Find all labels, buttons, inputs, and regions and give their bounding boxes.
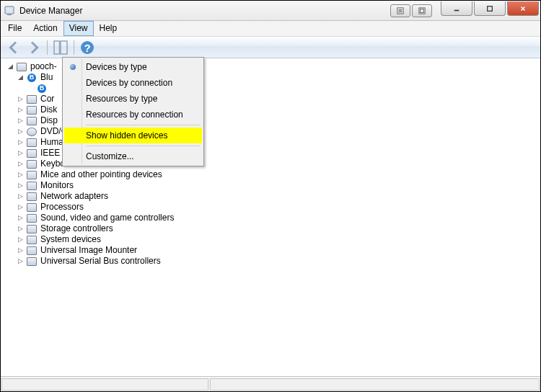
network-icon bbox=[26, 191, 38, 202]
menu-separator bbox=[86, 146, 201, 146]
statusbar bbox=[1, 377, 540, 391]
sound-icon bbox=[26, 213, 38, 224]
tree-item[interactable]: ▷ Processors bbox=[6, 202, 540, 213]
tree-item-label: Sound, video and game controllers bbox=[40, 213, 174, 223]
tree-item-label: Network adapters bbox=[40, 191, 108, 202]
main-content: ◢ pooch- ◢ B Blu ▷ B ▷ Cor ▷ Disk ▷ Disp bbox=[1, 58, 540, 377]
usb-icon bbox=[26, 256, 38, 267]
status-cell bbox=[210, 378, 540, 391]
tree-item[interactable]: ▷ Sound, video and game controllers bbox=[6, 213, 540, 223]
menu-devices-by-connection[interactable]: Devices by connection bbox=[64, 75, 202, 91]
keyboard-icon bbox=[26, 159, 38, 170]
tree-item[interactable]: ▷ System devices bbox=[6, 234, 540, 245]
tree-item[interactable]: ▷ Network adapters bbox=[6, 191, 540, 202]
tree-item-label: Processors bbox=[40, 202, 84, 213]
expand-icon[interactable]: ▷ bbox=[17, 214, 25, 222]
gadget-button-2[interactable] bbox=[412, 4, 432, 17]
tree-item-label: Monitors bbox=[40, 180, 74, 191]
tree-item-label: System devices bbox=[40, 234, 101, 245]
menu-help[interactable]: Help bbox=[94, 21, 123, 36]
svg-rect-4 bbox=[421, 9, 424, 12]
expand-icon[interactable]: ▷ bbox=[17, 128, 25, 135]
dvd-icon bbox=[26, 126, 38, 138]
menu-file[interactable]: File bbox=[2, 21, 27, 36]
tree-item-label: Blu bbox=[40, 72, 53, 83]
menu-item-label: Devices by type bbox=[86, 62, 147, 72]
back-button[interactable] bbox=[5, 39, 22, 56]
forward-button[interactable] bbox=[25, 39, 43, 56]
menu-item-label: Devices by connection bbox=[86, 78, 172, 88]
expand-icon[interactable]: ▷ bbox=[17, 160, 25, 168]
tree-item-label: Disk bbox=[40, 104, 57, 115]
menu-resources-by-type[interactable]: Resources by type bbox=[64, 91, 202, 107]
menu-item-label: Show hidden devices bbox=[86, 130, 167, 141]
monitor-icon bbox=[26, 180, 38, 192]
close-button[interactable] bbox=[507, 1, 539, 16]
bluetooth-icon: B bbox=[36, 83, 48, 94]
tree-item[interactable]: ▷ Monitors bbox=[6, 180, 540, 191]
menu-customize[interactable]: Customize... bbox=[64, 148, 202, 164]
display-icon bbox=[26, 115, 38, 127]
image-mounter-icon bbox=[26, 245, 38, 257]
menu-item-label: Resources by type bbox=[86, 94, 157, 104]
status-cell bbox=[1, 378, 208, 391]
menu-item-label: Resources by connection bbox=[86, 110, 183, 120]
bluetooth-icon: B bbox=[26, 72, 38, 84]
app-icon bbox=[4, 5, 15, 17]
svg-rect-1 bbox=[7, 14, 12, 15]
help-button[interactable]: ? bbox=[79, 39, 96, 56]
expand-icon[interactable]: ▷ bbox=[17, 106, 25, 114]
expand-icon[interactable]: ▷ bbox=[17, 192, 25, 200]
menu-action[interactable]: Action bbox=[27, 21, 63, 36]
expand-icon[interactable]: ▷ bbox=[17, 182, 25, 190]
expand-icon[interactable]: ▷ bbox=[17, 117, 25, 125]
collapse-icon[interactable]: ◢ bbox=[6, 63, 14, 71]
menu-devices-by-type[interactable]: Devices by type bbox=[64, 59, 202, 75]
window-controls bbox=[441, 1, 539, 16]
tree-item[interactable]: ▷ Mice and other pointing devices bbox=[6, 169, 540, 180]
menu-item-label: Customize... bbox=[86, 151, 134, 161]
show-hide-tree-button[interactable] bbox=[52, 39, 69, 56]
expand-icon[interactable]: ▷ bbox=[17, 236, 25, 244]
expand-icon[interactable]: ▷ bbox=[17, 225, 25, 233]
gadget-button-1[interactable] bbox=[390, 4, 410, 17]
mouse-icon bbox=[26, 169, 38, 181]
expand-icon[interactable]: ▷ bbox=[17, 246, 25, 254]
radio-bullet-icon bbox=[70, 64, 76, 70]
cpu-icon bbox=[26, 202, 38, 213]
svg-text:?: ? bbox=[84, 42, 90, 54]
menu-resources-by-connection[interactable]: Resources by connection bbox=[64, 107, 202, 122]
expand-icon[interactable]: ▷ bbox=[17, 203, 25, 211]
expand-icon[interactable]: ▷ bbox=[17, 95, 25, 103]
svg-rect-5 bbox=[488, 6, 493, 11]
tree-item-label: Disp bbox=[40, 115, 58, 126]
maximize-button[interactable] bbox=[474, 1, 506, 16]
expand-icon[interactable]: ▷ bbox=[17, 171, 25, 179]
svg-rect-0 bbox=[5, 6, 14, 14]
toolbar: ? bbox=[1, 37, 540, 58]
tree-item[interactable]: ▷ Universal Image Mounter bbox=[6, 245, 540, 256]
expand-icon[interactable]: ▷ bbox=[17, 257, 25, 265]
disk-icon bbox=[26, 104, 38, 116]
tree-item-label: Storage controllers bbox=[40, 223, 113, 234]
computer-icon bbox=[26, 94, 38, 105]
expand-icon[interactable]: ▷ bbox=[17, 138, 25, 146]
collapse-icon[interactable]: ◢ bbox=[17, 74, 25, 81]
tree-item-label: Universal Image Mounter bbox=[40, 245, 137, 256]
system-icon bbox=[26, 234, 38, 246]
minimize-button[interactable] bbox=[441, 1, 472, 16]
tree-item[interactable]: ▷ Universal Serial Bus controllers bbox=[6, 256, 540, 267]
tree-item-label: Mice and other pointing devices bbox=[40, 169, 162, 180]
tree-item-label: Universal Serial Bus controllers bbox=[40, 256, 161, 267]
toolbar-divider bbox=[74, 40, 74, 55]
expand-icon[interactable]: ▷ bbox=[17, 149, 25, 157]
tree-item-label: Cor bbox=[40, 94, 54, 104]
storage-icon bbox=[26, 223, 38, 235]
svg-rect-6 bbox=[54, 41, 60, 54]
toolbar-divider bbox=[47, 40, 48, 55]
computer-icon bbox=[16, 61, 27, 73]
menu-view[interactable]: View bbox=[63, 21, 94, 36]
tree-item[interactable]: ▷ Storage controllers bbox=[6, 223, 540, 234]
menu-show-hidden-devices[interactable]: Show hidden devices bbox=[64, 128, 202, 143]
svg-rect-7 bbox=[61, 41, 67, 54]
